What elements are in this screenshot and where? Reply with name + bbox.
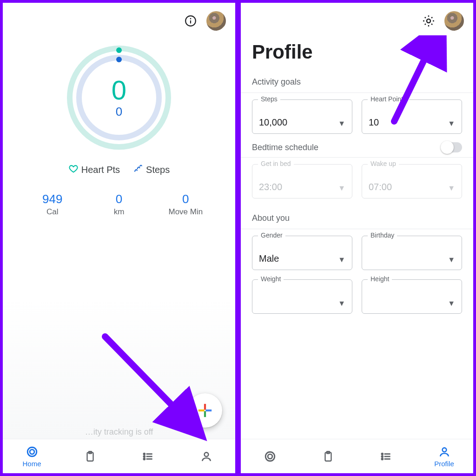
home-content: 0 0 Heart Pts <box>3 35 235 439</box>
annotation-arrow-profile-tab <box>96 327 217 448</box>
chevron-down-icon: ▼ <box>448 119 455 128</box>
nav-profile[interactable] <box>177 439 235 473</box>
svg-rect-9 <box>204 411 206 417</box>
list-icon <box>141 450 155 463</box>
section-about-you: About you <box>252 213 462 223</box>
settings-button[interactable] <box>421 13 436 28</box>
tracking-off-banner: …ity tracking is off <box>3 427 235 437</box>
nav-home[interactable] <box>241 439 299 473</box>
section-activity-goals: Activity goals <box>252 77 462 87</box>
svg-point-13 <box>30 450 34 454</box>
svg-line-11 <box>105 337 198 432</box>
svg-point-21 <box>143 458 145 460</box>
nav-profile[interactable]: Profile <box>415 439 473 473</box>
stat-cal[interactable]: 949 Cal <box>19 192 86 217</box>
profile-topbar <box>241 3 473 35</box>
svg-point-23 <box>427 19 430 23</box>
chevron-down-icon: ▼ <box>448 256 455 264</box>
stat-movemin[interactable]: 0 Move Min <box>152 192 219 217</box>
svg-rect-10 <box>198 410 205 411</box>
nav-browse[interactable] <box>119 439 177 473</box>
nav-browse[interactable] <box>357 439 415 473</box>
field-gender[interactable]: Gender Male ▼ <box>252 236 352 270</box>
svg-point-25 <box>265 452 275 461</box>
clipboard-icon <box>83 450 97 463</box>
svg-point-26 <box>268 454 272 459</box>
add-fab[interactable] <box>188 393 222 428</box>
ring-legend: Heart Pts Steps <box>68 164 170 176</box>
svg-point-12 <box>27 447 37 456</box>
svg-rect-7 <box>204 404 206 410</box>
person-icon <box>199 450 213 463</box>
person-icon <box>437 445 451 459</box>
plus-icon <box>197 403 213 418</box>
ring-steps-value: 0 <box>116 105 122 119</box>
svg-point-35 <box>442 448 446 452</box>
svg-point-20 <box>143 456 145 457</box>
bedtime-toggle[interactable] <box>442 142 462 152</box>
divider <box>241 157 473 158</box>
stat-km[interactable]: 0 km <box>86 192 152 217</box>
svg-rect-8 <box>205 410 212 411</box>
stats-row: 949 Cal 0 km 0 Move Min <box>19 192 219 217</box>
heart-icon <box>68 164 79 176</box>
field-wake-up: Wake up 07:00 ▼ <box>362 164 462 198</box>
svg-point-19 <box>143 453 145 455</box>
list-icon <box>379 450 393 463</box>
svg-point-22 <box>204 452 208 456</box>
nav-home[interactable]: Home <box>3 439 61 473</box>
home-topbar <box>3 3 235 35</box>
avatar[interactable] <box>444 11 464 31</box>
activity-ring[interactable]: 0 0 <box>63 42 175 153</box>
legend-heart-label: Heart Pts <box>81 165 120 175</box>
profile-content: Profile Activity goals Steps 10,000 ▼ He… <box>241 35 473 439</box>
field-weight[interactable]: Weight ▼ <box>252 279 352 314</box>
bottom-nav: Profile <box>241 439 473 473</box>
svg-point-34 <box>381 458 383 460</box>
field-birthday[interactable]: Birthday ▼ <box>362 236 462 270</box>
field-get-in-bed: Get in bed 23:00 ▼ <box>252 164 352 198</box>
avatar[interactable] <box>206 11 226 31</box>
svg-point-33 <box>381 456 383 457</box>
nav-journal[interactable] <box>61 439 119 473</box>
divider <box>241 229 473 229</box>
chevron-down-icon: ▼ <box>338 184 345 192</box>
nav-home-label: Home <box>22 460 41 468</box>
ring-heart-pts-value: 0 <box>112 77 126 104</box>
chevron-down-icon: ▼ <box>448 184 455 192</box>
field-steps[interactable]: Steps 10,000 ▼ <box>252 99 352 134</box>
home-ring-icon <box>25 445 39 459</box>
steps-icon <box>133 164 143 176</box>
gear-icon <box>422 14 436 28</box>
bottom-nav: Home <box>3 439 235 473</box>
chevron-down-icon: ▼ <box>338 299 345 308</box>
nav-profile-label: Profile <box>434 460 454 468</box>
home-ring-icon <box>263 450 277 463</box>
field-height[interactable]: Height ▼ <box>362 279 462 314</box>
clipboard-icon <box>321 450 335 463</box>
nav-journal[interactable] <box>299 439 357 473</box>
field-heart-points[interactable]: Heart Points 10 ▼ <box>362 99 462 134</box>
chevron-down-icon: ▼ <box>448 299 455 308</box>
info-icon[interactable] <box>183 13 198 28</box>
divider <box>241 93 473 93</box>
page-title: Profile <box>252 41 462 63</box>
legend-steps-label: Steps <box>146 165 170 175</box>
section-bedtime: Bedtime schedule <box>252 143 318 152</box>
chevron-down-icon: ▼ <box>338 119 345 128</box>
svg-point-32 <box>381 453 383 455</box>
chevron-down-icon: ▼ <box>338 256 345 264</box>
svg-point-2 <box>190 18 192 20</box>
